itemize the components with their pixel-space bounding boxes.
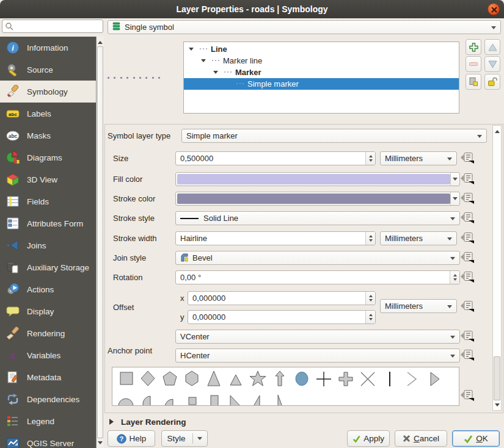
fill-color-dropdown[interactable]	[450, 173, 459, 186]
stroke-color-button[interactable]	[175, 192, 460, 206]
symbol-tree-node-line[interactable]: Line	[184, 43, 459, 55]
data-defined-override-button[interactable]	[461, 251, 478, 265]
shape-cross[interactable]	[313, 369, 335, 389]
sidebar-item-metadata[interactable]: Metadata	[0, 366, 96, 388]
shape-arrowhead[interactable]	[401, 369, 423, 389]
search-box[interactable]	[2, 20, 103, 33]
symbol-tree-node-marker-line[interactable]: Marker line	[184, 55, 459, 67]
sidebar-scrollbar-thumb[interactable]	[97, 46, 103, 438]
shape-third-circle[interactable]	[137, 392, 159, 406]
renderer-combobox[interactable]: Single symbol	[108, 20, 501, 34]
shape-triangle[interactable]	[203, 369, 225, 389]
shape-square[interactable]	[115, 369, 137, 389]
data-defined-override-button[interactable]	[461, 192, 478, 206]
shape-star[interactable]	[247, 369, 269, 389]
join-style-combobox[interactable]: Bevel	[175, 251, 460, 265]
params-scrollbar[interactable]	[492, 125, 502, 411]
rotation-spinner[interactable]	[450, 271, 459, 284]
stroke-width-spinner[interactable]	[365, 232, 375, 245]
stroke-width-input[interactable]: Hairline	[175, 231, 376, 245]
duplicate-symbol-layer-button[interactable]	[466, 74, 481, 90]
expand-collapse-icon[interactable]	[213, 71, 218, 76]
sidebar-item-display[interactable]: Display	[0, 300, 96, 322]
shape-quarter-square[interactable]	[181, 392, 203, 406]
sidebar-item-masks[interactable]: abcMasks	[0, 125, 96, 146]
move-down-button[interactable]	[484, 56, 500, 72]
scroll-up-arrow[interactable]	[493, 126, 501, 134]
size-unit-combobox[interactable]: Millimeters	[380, 151, 457, 165]
data-defined-override-button[interactable]	[461, 300, 478, 314]
symbol-tree-node-simple-marker[interactable]: Simple marker	[184, 78, 459, 90]
shape-pentagon[interactable]	[159, 369, 181, 389]
remove-symbol-layer-button[interactable]	[466, 56, 481, 72]
shape-circle-selected[interactable]	[291, 369, 313, 389]
symbol-tree-node-marker[interactable]: Marker	[184, 67, 459, 78]
stroke-style-combobox[interactable]: Solid Line	[175, 211, 460, 225]
data-defined-override-button[interactable]	[461, 349, 478, 363]
data-defined-override-button[interactable]	[461, 232, 478, 245]
stroke-width-unit-combobox[interactable]: Millimeters	[380, 231, 457, 245]
shape-diamond[interactable]	[137, 369, 159, 389]
offset-y-spinner[interactable]	[365, 311, 375, 323]
scroll-down-arrow[interactable]	[493, 402, 501, 410]
layer-rendering-group[interactable]: Layer Rendering	[109, 416, 186, 427]
move-up-button[interactable]	[484, 39, 500, 55]
apply-button[interactable]: Apply	[347, 430, 390, 447]
shape-filled-arrowhead[interactable]	[423, 369, 445, 389]
close-button[interactable]	[488, 3, 500, 15]
data-defined-override-button[interactable]	[461, 212, 478, 225]
scroll-down-arrow[interactable]	[97, 439, 104, 448]
shape-semi-circle[interactable]	[115, 392, 137, 406]
lock-color-button[interactable]	[484, 74, 500, 90]
size-input[interactable]: 0,500000	[175, 151, 376, 165]
sidebar-item-dependencies[interactable]: Dependencies	[0, 388, 96, 410]
style-button[interactable]: Style	[161, 430, 208, 447]
offset-unit-combobox[interactable]: Millimeters	[380, 299, 457, 313]
shape-arrow[interactable]	[269, 369, 291, 389]
help-button[interactable]: ? Help	[108, 430, 155, 447]
sidebar-item-variables[interactable]: εVariables	[0, 344, 96, 366]
shape-hexagon[interactable]	[181, 369, 203, 389]
rotation-input[interactable]: 0,00 °	[175, 270, 460, 284]
shape-half-square[interactable]	[203, 392, 225, 406]
ok-button[interactable]: OK	[452, 430, 500, 447]
shape-cross2[interactable]	[357, 369, 379, 389]
shape-line[interactable]	[379, 369, 401, 389]
offset-x-input[interactable]: 0,000000	[188, 291, 376, 305]
anchor-horizontal-combobox[interactable]: HCenter	[175, 349, 460, 363]
sidebar-item-diagrams[interactable]: Diagrams	[0, 146, 96, 168]
sidebar-item-fields[interactable]: Fields	[0, 190, 96, 212]
shape-cross-fill[interactable]	[335, 369, 357, 389]
sidebar-item-legend[interactable]: Legend	[0, 410, 96, 432]
sidebar-item-auxiliary-storage[interactable]: Auxiliary Storage	[0, 256, 96, 278]
sidebar-item-rendering[interactable]: Rendering	[0, 322, 96, 344]
shape-right-half-triangle[interactable]	[269, 392, 291, 406]
symbol-layer-type-combobox[interactable]: Simple marker	[181, 129, 487, 143]
sidebar-item-labels[interactable]: abcLabels	[0, 103, 96, 125]
shape-diagonal-half-square[interactable]	[225, 392, 247, 406]
shape-left-half-triangle[interactable]	[247, 392, 269, 406]
anchor-vertical-combobox[interactable]: VCenter	[175, 330, 460, 344]
offset-x-spinner[interactable]	[365, 292, 375, 305]
data-defined-override-button[interactable]	[461, 173, 478, 186]
data-defined-override-button[interactable]	[461, 330, 478, 344]
stroke-color-dropdown[interactable]	[450, 192, 459, 205]
sidebar-item-joins[interactable]: Joins	[0, 234, 96, 256]
sidebar-item-qgis-server[interactable]: QGIS Server	[0, 432, 96, 448]
cancel-button[interactable]: Cancel	[395, 430, 447, 447]
shape-equilateral-triangle[interactable]	[225, 369, 247, 389]
fill-color-button[interactable]	[175, 172, 460, 186]
sidebar-item-actions[interactable]: Actions	[0, 278, 96, 300]
expand-collapse-icon[interactable]	[189, 48, 194, 53]
offset-y-input[interactable]: 0,000000	[188, 310, 376, 324]
sidebar-item-information[interactable]: iInformation	[0, 37, 96, 59]
add-symbol-layer-button[interactable]	[466, 39, 481, 55]
size-spinner[interactable]	[365, 152, 375, 165]
sidebar-scrollbar[interactable]	[96, 37, 104, 448]
scroll-up-arrow[interactable]	[97, 37, 104, 45]
data-defined-override-button[interactable]	[461, 152, 478, 165]
sidebar-item-attributes-form[interactable]: Attributes Form	[0, 212, 96, 234]
search-input[interactable]	[16, 21, 103, 33]
data-defined-override-button[interactable]	[461, 271, 478, 284]
data-defined-override-button[interactable]	[461, 389, 478, 403]
